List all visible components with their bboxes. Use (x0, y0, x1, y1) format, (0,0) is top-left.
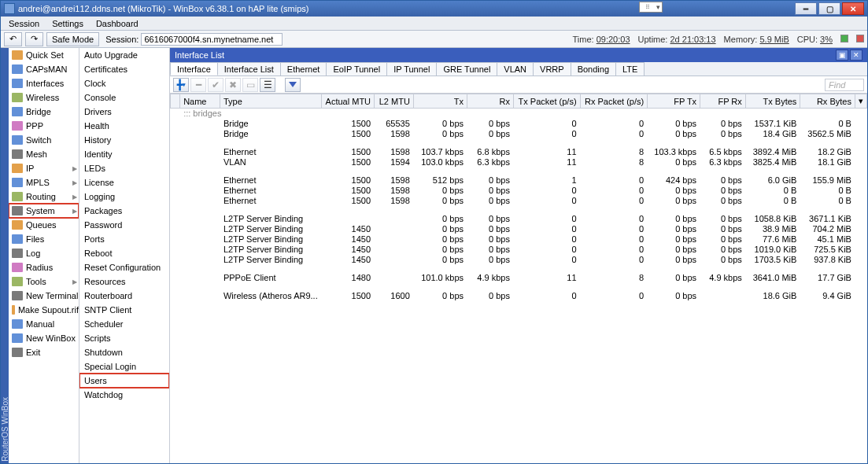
submenu-item-scripts[interactable]: Scripts (79, 331, 169, 345)
submenu-item-logging[interactable]: Logging (79, 190, 169, 204)
table-row[interactable]: PPPoE Client1480101.0 kbps4.9 kbps1180 b… (171, 273, 867, 283)
table-row[interactable]: Ethernet150015980 bps0 bps000 bps0 bps0 … (171, 196, 867, 206)
tab-ethernet[interactable]: Ethernet (280, 62, 327, 75)
sidebar-item-manual[interactable]: Manual (9, 317, 79, 331)
col-header[interactable]: Tx Bytes (745, 94, 800, 109)
sidebar-item-make-supout-rif[interactable]: Make Supout.rif (9, 303, 79, 317)
submenu-item-drivers[interactable]: Drivers (79, 105, 169, 119)
col-header[interactable]: FP Rx (700, 94, 746, 109)
submenu-item-users[interactable]: Users (79, 374, 169, 388)
col-header[interactable]: Name (180, 94, 220, 109)
tab-interface[interactable]: Interface (170, 62, 218, 75)
sidebar-item-tools[interactable]: Tools▶ (9, 274, 79, 289)
col-header[interactable] (171, 94, 180, 109)
sidebar-item-ppp[interactable]: PPP (9, 119, 79, 133)
tab-vrrp[interactable]: VRRP (533, 62, 571, 75)
col-header[interactable]: L2 MTU (375, 94, 414, 109)
submenu-item-identity[interactable]: Identity (79, 147, 169, 161)
find-input[interactable]: Find (825, 79, 864, 91)
col-header[interactable]: Rx (467, 94, 514, 109)
submenu-item-sntp-client[interactable]: SNTP Client (79, 303, 169, 317)
sidebar-item-radius[interactable]: Radius (9, 260, 79, 274)
back-button[interactable]: ↶ (4, 32, 22, 46)
submenu-item-clock[interactable]: Clock (79, 76, 169, 90)
tab-gre-tunnel[interactable]: GRE Tunnel (436, 62, 497, 75)
menu-session[interactable]: Session (2, 17, 46, 30)
forward-button[interactable]: ↷ (25, 32, 43, 46)
col-more[interactable]: ▾ (855, 94, 866, 109)
session-input[interactable] (141, 33, 283, 46)
table-row[interactable]: Bridge1500655350 bps0 bps000 bps0 bps153… (171, 119, 867, 129)
disable-button[interactable]: ✖ (225, 78, 241, 92)
submenu-item-scheduler[interactable]: Scheduler (79, 317, 169, 331)
table-row[interactable]: Ethernet15001598103.7 kbps6.8 kbps118103… (171, 147, 867, 157)
sidebar-item-mesh[interactable]: Mesh (9, 147, 79, 161)
submenu-item-certificates[interactable]: Certificates (79, 62, 169, 76)
sidebar-item-exit[interactable]: Exit (9, 345, 79, 359)
sidebar-item-capsman[interactable]: CAPsMAN (9, 62, 79, 76)
submenu-item-leds[interactable]: LEDs (79, 161, 169, 175)
submenu-item-reboot[interactable]: Reboot (79, 246, 169, 260)
col-header[interactable]: Type (220, 94, 321, 109)
table-row[interactable]: L2TP Server Binding14500 bps0 bps000 bps… (171, 234, 867, 245)
filter-button[interactable] (285, 78, 301, 92)
remove-button[interactable]: ━ (190, 78, 206, 92)
tab-eoip-tunnel[interactable]: EoIP Tunnel (326, 62, 387, 75)
submenu-item-shutdown[interactable]: Shutdown (79, 345, 169, 359)
col-header[interactable]: Actual MTU (321, 94, 374, 109)
table-row[interactable]: L2TP Server Binding14500 bps0 bps000 bps… (171, 224, 867, 234)
submenu-item-special-login[interactable]: Special Login (79, 359, 169, 374)
sidebar-item-system[interactable]: System▶ (9, 204, 79, 218)
interface-grid[interactable]: NameTypeActual MTUL2 MTUTxRxTx Packet (p… (170, 94, 867, 464)
col-header[interactable]: FP Tx (648, 94, 700, 109)
submenu-item-watchdog[interactable]: Watchdog (79, 388, 169, 402)
add-button[interactable]: ╋▾ (173, 78, 189, 92)
submenu-item-packages[interactable]: Packages (79, 204, 169, 218)
col-header[interactable]: Tx (413, 94, 467, 109)
table-row[interactable]: Ethernet15001598512 bps0 bps10424 bps0 b… (171, 175, 867, 186)
table-row[interactable]: Ethernet150015980 bps0 bps000 bps0 bps0 … (171, 186, 867, 196)
col-header[interactable]: Tx Packet (p/s) (513, 94, 580, 109)
sidebar-item-quick-set[interactable]: Quick Set (9, 48, 79, 62)
submenu-item-health[interactable]: Health (79, 119, 169, 133)
detail-button[interactable]: ☰ (260, 78, 275, 92)
panel-split-icon[interactable]: ▣ (836, 50, 848, 61)
titlebar-dropdown[interactable]: ⠿ (639, 2, 663, 13)
submenu-item-ports[interactable]: Ports (79, 232, 169, 246)
table-row[interactable]: L2TP Server Binding14500 bps0 bps000 bps… (171, 245, 867, 255)
tab-interface-list[interactable]: Interface List (217, 62, 281, 75)
tab-ip-tunnel[interactable]: IP Tunnel (386, 62, 437, 75)
sidebar-item-bridge[interactable]: Bridge (9, 105, 79, 119)
col-header[interactable]: Rx Bytes (800, 94, 855, 109)
sidebar-item-mpls[interactable]: MPLS▶ (9, 175, 79, 190)
tab-bonding[interactable]: Bonding (571, 62, 616, 75)
table-row[interactable]: VLAN15001594103.0 kbps6.3 kbps1180 bps6.… (171, 157, 867, 168)
sidebar-item-ip[interactable]: IP▶ (9, 161, 79, 175)
table-row[interactable]: L2TP Server Binding14500 bps0 bps000 bps… (171, 255, 867, 265)
menu-dashboard[interactable]: Dashboard (90, 17, 145, 30)
tab-vlan[interactable]: VLAN (497, 62, 534, 75)
submenu-item-routerboard[interactable]: Routerboard (79, 289, 169, 303)
menu-settings[interactable]: Settings (46, 17, 90, 30)
close-button[interactable]: ✕ (842, 2, 864, 15)
sidebar-item-files[interactable]: Files (9, 232, 79, 246)
sidebar-item-new-winbox[interactable]: New WinBox (9, 331, 79, 345)
panel-close-icon[interactable]: ✕ (850, 50, 862, 61)
sidebar-item-interfaces[interactable]: Interfaces (9, 76, 79, 90)
submenu-item-auto-upgrade[interactable]: Auto Upgrade (79, 48, 169, 62)
sidebar-item-wireless[interactable]: Wireless (9, 90, 79, 105)
table-row[interactable]: L2TP Server Binding0 bps0 bps000 bps0 bp… (171, 214, 867, 224)
sidebar-item-new-terminal[interactable]: New Terminal (9, 289, 79, 303)
sidebar-item-switch[interactable]: Switch (9, 133, 79, 147)
enable-button[interactable]: ✔ (208, 78, 223, 92)
minimize-button[interactable]: ━ (795, 2, 817, 15)
submenu-item-password[interactable]: Password (79, 218, 169, 232)
submenu-item-license[interactable]: License (79, 175, 169, 190)
table-row[interactable]: Wireless (Atheros AR9...150016000 bps0 b… (171, 291, 867, 301)
sidebar-item-queues[interactable]: Queues (9, 218, 79, 232)
col-header[interactable]: Rx Packet (p/s) (580, 94, 648, 109)
submenu-item-reset-configuration[interactable]: Reset Configuration (79, 260, 169, 274)
tab-lte[interactable]: LTE (615, 62, 645, 75)
safe-mode-button[interactable]: Safe Mode (46, 32, 99, 46)
comment-button[interactable]: ▭ (242, 78, 258, 92)
